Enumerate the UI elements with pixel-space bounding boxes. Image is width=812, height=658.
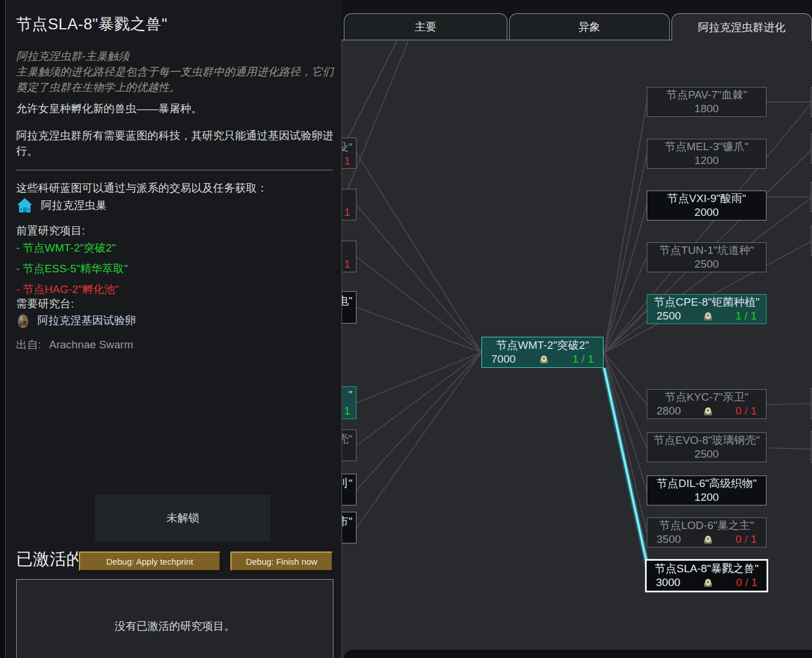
source-value: Arachnae Swarm [49, 338, 133, 351]
tech-node-DIL-6[interactable]: 节点DIL-6"高级织物"1200 [647, 476, 767, 505]
node-cost: 1200 [695, 490, 719, 504]
tech-tree[interactable]: 节点PAV-7"血棘"1800节点MEL-3"镰爪"1200节点VXI-9"酸雨… [342, 40, 812, 658]
note-text: 阿拉克涅虫群所有需要蓝图的科技，其研究只能通过基因试验卵进行。 [16, 128, 334, 159]
tech-node-clipped-left[interactable]: 刂" [342, 474, 356, 505]
debug-apply-techprint-button[interactable]: Debug: Apply techprint [79, 551, 221, 571]
node-title: 节点MEL-3"镰爪" [647, 140, 766, 154]
bottom-window-band [344, 650, 812, 658]
tech-node-clipped-left[interactable]: 壳" [342, 429, 356, 461]
node-cost-row: 2000 [647, 206, 766, 219]
tech-node-WMT-2[interactable]: 节点WMT-2"突破2"70001 / 1 [481, 337, 604, 368]
node-cost-row: 1800 [647, 102, 766, 116]
flavor-line1: 阿拉克涅虫群-主巢触须 [16, 50, 129, 62]
prereq-item: - 节点HAG-2"孵化池" [16, 282, 128, 297]
source-label: 出自: [16, 338, 41, 351]
node-title: 节点WMT-2"突破2" [482, 338, 603, 352]
faction-label: 阿拉克涅虫巢 [41, 198, 107, 213]
node-title: 节点EVO-8"玻璃钢壳" [647, 433, 766, 447]
tech-node-MEL-3[interactable]: 节点MEL-3"镰爪"1200 [647, 139, 767, 169]
node-cost: 3500 [657, 533, 681, 546]
node-cost-row: 1200 [647, 490, 766, 504]
techprint-hint: 这些科研蓝图可以通过与派系的交易以及任务获取： [16, 181, 336, 196]
tech-node-TUN-1[interactable]: 节点TUN-1"坑道种"2500 [647, 242, 767, 272]
node-techprint-count: 1 / 1 [735, 309, 757, 323]
no-active-message: 没有已激活的研究项目。 [17, 619, 333, 634]
tech-node-SLA-8[interactable]: 节点SLA-8"暴戮之兽"30000 / 1 [645, 559, 768, 592]
node-title-fragment: 殳" [342, 140, 352, 155]
node-cost-row: 2500 [647, 257, 766, 271]
gene-egg-icon [16, 313, 30, 329]
node-title: 节点VXI-9"酸雨" [647, 192, 766, 206]
page-title: 节点SLA-8"暴戮之兽" [16, 14, 168, 35]
tab-1[interactable]: 主要 [344, 13, 507, 40]
tech-node-VXI-9[interactable]: 节点VXI-9"酸雨"2000 [647, 191, 767, 220]
bench-header: 需要研究台: [16, 296, 74, 311]
flavor-line2: 主巢触须的进化路径是包含于每一支虫群中的通用进化路径，它们奠定了虫群在生物学上的… [16, 66, 333, 93]
node-cost-row: 70001 / 1 [482, 352, 603, 366]
node-cost: 2500 [695, 447, 719, 461]
node-techprint-count: 1 [344, 155, 352, 168]
node-techprint-count: 1 [344, 258, 352, 271]
node-techprint-count: 1 [344, 405, 352, 417]
prereq-item: - 节点WMT-2"突破2" [16, 241, 128, 256]
node-cost: 3000 [656, 576, 680, 589]
node-cost-row: 30000 / 1 [647, 576, 767, 589]
tech-node-clipped-left[interactable]: 市" [342, 512, 356, 543]
node-title-fragment: 电" [342, 294, 352, 309]
node-cost: 2500 [695, 257, 719, 271]
node-title: 节点LOD-6"巢之主" [647, 519, 766, 533]
egg-techprint-icon [539, 355, 549, 364]
node-title-fragment: 刂" [342, 476, 352, 491]
tech-node-EVO-8[interactable]: 节点EVO-8"玻璃钢壳"2500 [647, 432, 767, 462]
node-title: 节点SLA-8"暴戮之兽" [647, 562, 767, 576]
node-techprint-count: 1 [344, 206, 352, 219]
bench-label: 阿拉克涅基因试验卵 [37, 313, 136, 328]
node-cost: 1200 [695, 154, 719, 168]
node-title: 节点PAV-7"血棘" [647, 88, 766, 102]
debug-finish-now-button[interactable]: Debug: Finish now [230, 551, 333, 571]
node-cost: 2800 [657, 404, 681, 418]
flavor-text: 阿拉克涅虫群-主巢触须 主巢触须的进化路径是包含于每一支虫群中的通用进化路径，它… [16, 48, 334, 95]
tech-node-LOD-6[interactable]: 节点LOD-6"巢之主"35000 / 1 [647, 518, 767, 547]
node-cost-row: 1200 [647, 154, 766, 168]
node-techprint-count: 0 / 1 [735, 404, 757, 418]
node-title: 节点DIL-6"高级织物" [647, 477, 766, 490]
tech-node-CPE-8[interactable]: 节点CPE-8"钜菌种植"25001 / 1 [647, 294, 767, 324]
effect-text: 允许女皇种孵化新的兽虫——暴屠种。 [16, 101, 334, 116]
tab-3[interactable]: 阿拉克涅虫群进化 [671, 13, 812, 41]
prereq-item: - 节点ESS-5"精华萃取" [16, 261, 128, 276]
node-cost-row: 35000 / 1 [647, 533, 766, 546]
node-cost: 1800 [695, 102, 719, 116]
research-info-panel: 节点SLA-8"暴戮之兽" 阿拉克涅虫群-主巢触须 主巢触须的进化路径是包含于每… [6, 0, 342, 658]
node-cost: 2500 [657, 309, 681, 323]
tech-node-PAV-7[interactable]: 节点PAV-7"血棘"1800 [647, 87, 767, 117]
tech-node-clipped-left[interactable]: 电" [342, 291, 356, 324]
window-left-edge [0, 0, 6, 658]
node-techprint-count: 0 / 1 [736, 576, 757, 589]
node-cost-row: 2500 [647, 447, 766, 461]
node-title: 节点CPE-8"钜菌种植" [647, 295, 766, 309]
node-title-fragment: 市" [342, 514, 352, 529]
tab-bar: 主要异象阿拉克涅虫群进化 [342, 13, 812, 40]
tech-node-KYC-7[interactable]: 节点KYC-7"亲卫"28000 / 1 [647, 389, 767, 419]
node-cost: 7000 [491, 352, 515, 366]
source-row: 出自:Arachnae Swarm [16, 337, 133, 352]
tech-node-clipped-left[interactable]: "1 [342, 386, 356, 419]
node-cost-row: 28000 / 1 [647, 404, 766, 418]
divider [16, 170, 333, 170]
node-title: 节点KYC-7"亲卫" [647, 390, 766, 404]
node-title: 节点TUN-1"坑道种" [647, 244, 766, 257]
node-title-fragment: 壳" [342, 432, 352, 447]
tech-node-clipped-left[interactable]: 殳"1 [342, 138, 356, 169]
egg-techprint-icon [703, 535, 713, 544]
egg-techprint-icon [703, 311, 713, 321]
node-title-fragment: " [348, 389, 352, 401]
locked-status-button[interactable]: 未解锁 [95, 495, 271, 541]
faction-home-icon [16, 197, 33, 214]
activated-header: 已激活的 [16, 548, 83, 571]
egg-techprint-icon [703, 578, 713, 587]
tech-node-clipped-left[interactable]: 1 [342, 241, 356, 272]
tab-2[interactable]: 异象 [509, 13, 670, 40]
tech-node-clipped-left[interactable]: 1 [342, 189, 356, 220]
egg-techprint-icon [703, 406, 713, 416]
